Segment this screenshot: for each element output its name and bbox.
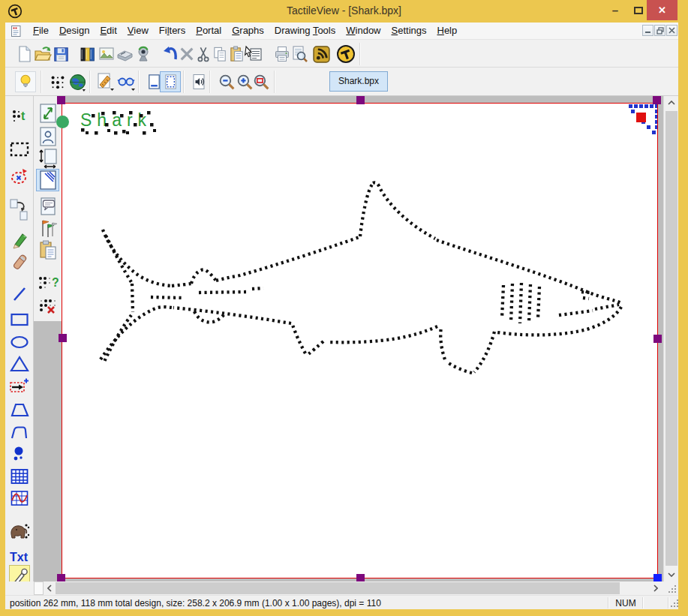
glasses-icon <box>116 72 136 92</box>
pencil-tool[interactable] <box>9 229 30 250</box>
save-icon <box>53 46 70 63</box>
text-label-tool[interactable]: Txt <box>9 546 30 567</box>
zoom-selection-icon <box>252 73 271 92</box>
label-braille-dots <box>81 111 156 135</box>
context-menu-button[interactable] <box>242 44 263 65</box>
acquire-scan-icon <box>116 45 134 63</box>
selection-handle-top-left[interactable] <box>57 96 65 104</box>
toolbar-separator <box>359 43 361 65</box>
maximize-button[interactable] <box>629 0 648 20</box>
eraser-tool[interactable] <box>9 252 30 273</box>
lightbulb-icon <box>17 73 34 91</box>
menu-design[interactable]: Design <box>54 23 95 39</box>
place-arrow-tool[interactable] <box>9 376 30 397</box>
status-position-text: position 262 mm, 118 mm total design, si… <box>10 598 381 608</box>
menu-portal[interactable]: Portal <box>191 23 227 39</box>
braille-delete-tool[interactable] <box>36 295 59 317</box>
save-button[interactable] <box>50 44 71 65</box>
drawing-toolbox: t <box>5 96 34 581</box>
vertical-scroll-thumb[interactable] <box>665 111 677 566</box>
comment-page-icon <box>38 195 58 216</box>
selection-handle-middle-left[interactable] <box>59 334 67 342</box>
scrollbar-corner <box>663 581 678 595</box>
rectangle-tool[interactable] <box>9 309 30 330</box>
design-dimensions-tool[interactable] <box>36 147 59 170</box>
window-border-right <box>678 23 688 609</box>
tactileview-logo-button[interactable] <box>335 44 356 65</box>
design-notes-tool[interactable] <box>36 194 59 217</box>
menu-view[interactable]: View <box>122 23 154 39</box>
dots-tool[interactable] <box>9 443 30 464</box>
camera-capture-button[interactable] <box>133 44 154 65</box>
window-border-left <box>0 23 5 609</box>
menu-filters[interactable]: Filters <box>154 23 191 39</box>
document-tab-shark[interactable]: Shark.bpx <box>329 71 388 92</box>
acquire-scan-button[interactable] <box>114 44 135 65</box>
document-icon[interactable] <box>10 25 23 38</box>
zoom-out-icon <box>218 73 236 92</box>
trapezoid-tool[interactable] <box>9 399 30 420</box>
menu-help[interactable]: Help <box>431 23 462 39</box>
ideas-button[interactable] <box>15 71 36 92</box>
language-globe-button[interactable] <box>67 71 88 92</box>
splitter-box[interactable] <box>34 581 44 595</box>
scroll-up-arrow[interactable] <box>664 96 679 110</box>
horizontal-scrollbar-row <box>5 581 680 595</box>
menu-graphs[interactable]: Graphs <box>227 23 269 39</box>
design-properties-tool[interactable] <box>36 125 59 148</box>
design-catalog-button[interactable] <box>77 44 98 65</box>
paste-into-design-tool[interactable] <box>36 239 59 261</box>
braille-text-tool[interactable]: t <box>9 105 30 126</box>
menu-edit[interactable]: Edit <box>95 23 122 39</box>
resize-grip[interactable] <box>668 584 677 593</box>
audio-label-marker[interactable] <box>56 116 69 128</box>
svg-text:Txt: Txt <box>10 551 29 563</box>
triangle-tool[interactable] <box>9 353 30 374</box>
braille-dots-button[interactable] <box>47 71 68 92</box>
selection-handle-top-right[interactable] <box>653 96 661 104</box>
scroll-down-arrow[interactable] <box>664 568 679 581</box>
copy-move-area-tool[interactable] <box>9 196 30 221</box>
globe-icon <box>68 73 87 92</box>
view-design-tool[interactable] <box>36 169 59 191</box>
view-dot-preview-button[interactable] <box>160 71 181 92</box>
menu-file[interactable]: File <box>28 23 54 39</box>
portal-feed-icon <box>312 45 331 64</box>
curve-tool[interactable] <box>9 422 30 443</box>
selection-handle-top-center[interactable] <box>356 96 365 104</box>
view-options-button[interactable] <box>116 71 137 92</box>
eraser-icon <box>9 252 30 273</box>
markers-flags-tool[interactable] <box>36 216 59 239</box>
portal-feed-button[interactable] <box>311 44 332 65</box>
vertical-scrollbar[interactable] <box>663 96 678 581</box>
scroll-right-arrow[interactable] <box>650 581 662 595</box>
mdi-restore-button[interactable] <box>654 25 665 36</box>
braille-query-tool[interactable]: ? <box>36 272 59 295</box>
image-to-tactile-tool[interactable] <box>9 518 30 542</box>
speech-audio-button[interactable] <box>188 71 209 92</box>
selection-handle-middle-right[interactable] <box>653 335 662 343</box>
horizontal-scroll-thumb[interactable] <box>56 582 620 594</box>
line-tool[interactable] <box>9 284 30 305</box>
table-tool[interactable] <box>9 466 30 487</box>
print-preview-button[interactable] <box>289 44 310 65</box>
mdi-minimize-button[interactable] <box>642 25 653 36</box>
open-file-icon <box>34 45 52 63</box>
design-page[interactable]: Shark <box>62 103 658 578</box>
menu-settings[interactable]: Settings <box>386 23 432 39</box>
titlebar: TactileView - [Shark.bpx] – ✕ <box>0 0 688 23</box>
select-area-tool[interactable] <box>9 139 30 160</box>
menu-window[interactable]: Window <box>341 23 386 39</box>
delete-area-tool[interactable] <box>9 166 30 187</box>
delete-area-icon <box>9 166 30 187</box>
measurements-button[interactable] <box>95 71 116 92</box>
menu-drawing-tools[interactable]: Drawing Tools <box>269 23 341 39</box>
design-catalog-icon <box>79 45 97 63</box>
minimize-button[interactable]: – <box>605 0 626 20</box>
mdi-close-button[interactable] <box>666 25 677 36</box>
ellipse-tool[interactable] <box>9 332 30 353</box>
graph-tool[interactable] <box>9 488 30 509</box>
scroll-left-arrow[interactable] <box>44 581 55 595</box>
zoom-selection-button[interactable] <box>251 71 272 92</box>
close-button[interactable]: ✕ <box>647 0 677 20</box>
